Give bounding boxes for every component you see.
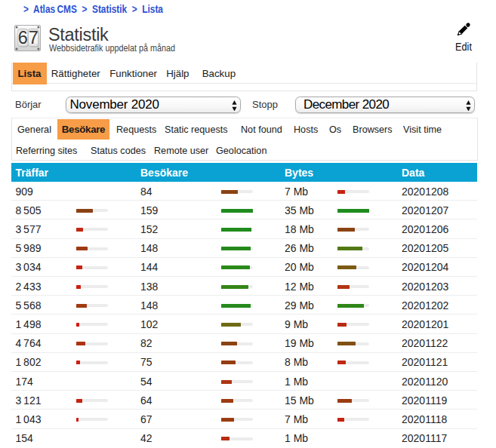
svg-text:6: 6: [18, 28, 28, 48]
svg-text:7: 7: [29, 28, 39, 48]
